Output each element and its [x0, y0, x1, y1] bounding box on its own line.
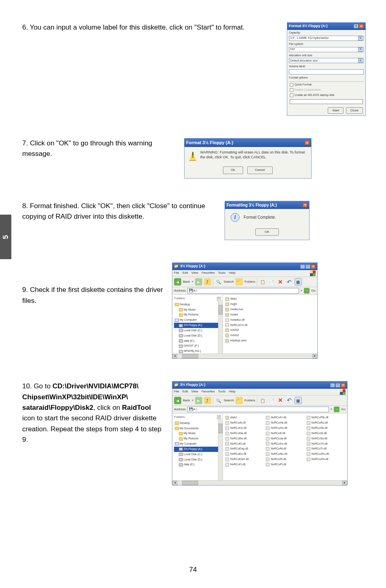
file-item[interactable]: NvRCoTr.dll — [307, 446, 345, 452]
file-item[interactable]: NvRCoDa.dll — [225, 431, 263, 436]
menu-file[interactable]: File — [174, 389, 179, 395]
folders-icon[interactable]: 📁 — [235, 397, 243, 404]
copy-icon[interactable]: 📄 — [268, 278, 275, 285]
file-item[interactable]: nvrd32 — [225, 328, 315, 333]
menu-tools[interactable]: Tools — [218, 271, 226, 276]
tree-item[interactable]: data (E:) — [174, 339, 221, 344]
tree-item[interactable]: My Pictures — [174, 436, 221, 441]
msdos-checkbox[interactable]: Create an MS-DOS startup disk — [290, 93, 363, 98]
tree-scrollbar[interactable] — [218, 419, 223, 480]
close-icon[interactable]: × — [305, 141, 310, 145]
file-item[interactable]: NvRCoNo.dll — [266, 452, 304, 457]
move-icon[interactable]: 📋 — [259, 397, 266, 404]
search-icon[interactable]: 🔍 — [215, 278, 222, 285]
file-item[interactable]: NvRCoJa.dll — [266, 436, 304, 441]
file-item[interactable]: NvRCoFi.dll — [225, 462, 263, 467]
views-icon[interactable]: ▦ — [295, 278, 302, 285]
tree-item[interactable]: NFM7B(-KG:) — [174, 349, 221, 354]
tree-item[interactable]: Desktop — [174, 302, 221, 307]
move-icon[interactable]: 📋 — [259, 278, 266, 285]
close-icon[interactable]: × — [359, 24, 364, 28]
close-icon[interactable]: × — [341, 383, 346, 388]
menu-view[interactable]: View — [191, 271, 198, 276]
file-item[interactable]: NvRCoRu.dll — [307, 420, 345, 426]
file-item[interactable]: NvRCoEl.dll — [225, 441, 263, 447]
file-item[interactable]: nvgts — [225, 302, 315, 307]
menu-edit[interactable]: Edit — [182, 271, 188, 276]
help-icon[interactable]: ? — [354, 24, 358, 28]
file-item[interactable]: NvRCoKo.dll — [266, 441, 304, 447]
close-icon[interactable]: × — [311, 264, 316, 269]
file-item[interactable]: NvRCoCrs.dll — [225, 323, 315, 328]
file-item[interactable]: NvRCoIt.dll — [266, 431, 304, 436]
delete-icon[interactable]: ✕ — [277, 278, 284, 285]
tree-item[interactable]: 3½ Floppy (A:) — [174, 447, 221, 452]
file-item[interactable]: disk1 — [225, 296, 315, 302]
maximize-icon[interactable]: □ — [305, 264, 310, 269]
tree-item[interactable]: 3½ Floppy (A:) — [174, 323, 221, 328]
tree-item[interactable]: Local Disk (C:) — [174, 452, 221, 457]
file-item[interactable]: NvRCoNl.dll — [266, 446, 304, 452]
cancel-button[interactable]: Cancel — [247, 166, 273, 174]
file-item[interactable]: nvrd32 — [225, 333, 315, 338]
ok-button[interactable]: OK — [223, 166, 243, 174]
file-item[interactable]: NvRCoSl.dll — [307, 431, 345, 436]
menu-favorites[interactable]: Favorites — [201, 271, 215, 276]
delete-icon[interactable]: ✕ — [277, 397, 284, 404]
file-item[interactable]: NvRCoHe.dll — [266, 420, 304, 426]
go-button[interactable]: → — [334, 407, 339, 412]
file-item[interactable]: NvRCoSv.dll — [307, 436, 345, 441]
file-item[interactable]: NvRCoFr.dll — [266, 415, 304, 420]
file-item[interactable]: NvRCoAr.dll — [225, 420, 263, 426]
tree-item[interactable]: My Pictures — [174, 312, 221, 317]
file-item[interactable]: NvRCoZhc.dll — [307, 452, 345, 457]
start-button[interactable]: Start — [328, 107, 344, 114]
menu-view[interactable]: View — [191, 389, 198, 395]
address-input[interactable]: 💾A:\ — [187, 288, 299, 294]
file-item[interactable]: txtsetup.oem — [225, 338, 315, 343]
folders-icon[interactable]: 📁 — [235, 278, 243, 285]
capacity-select[interactable]: 3.5", 1.44MB, 512 bytes/sector ▾ — [289, 36, 364, 41]
close-pane-icon[interactable]: × — [217, 297, 221, 301]
volume-input[interactable] — [289, 69, 364, 75]
up-icon[interactable]: ⤴ — [204, 278, 211, 285]
tree-item[interactable]: My Music — [174, 307, 221, 313]
minimize-icon[interactable]: _ — [330, 383, 335, 388]
back-icon[interactable]: ◄ — [174, 397, 181, 404]
tree-item[interactable]: Desktop — [174, 421, 221, 426]
ok-button[interactable]: OK — [255, 228, 279, 236]
tree-item[interactable]: Local Disk (D:) — [174, 457, 221, 462]
up-icon[interactable]: ⤴ — [204, 397, 211, 404]
menu-tools[interactable]: Tools — [218, 389, 226, 395]
file-item[interactable]: nvraidco.dll — [225, 317, 315, 323]
tree-scrollbar[interactable] — [218, 300, 223, 354]
tree-item[interactable]: My Computer — [174, 317, 221, 323]
minimize-icon[interactable]: _ — [300, 264, 305, 269]
file-item[interactable]: NvRCoEng.dll — [225, 446, 263, 452]
copy-icon[interactable]: 📄 — [268, 397, 275, 404]
views-icon[interactable]: ▦ — [295, 397, 302, 404]
filesystem-select[interactable]: FAT ▾ — [289, 47, 364, 52]
file-item[interactable]: NvRCoPtb.dll — [307, 415, 345, 420]
h-scrollbar[interactable]: ◄► — [172, 480, 347, 485]
go-button[interactable]: → — [304, 288, 310, 294]
quick-format-checkbox[interactable]: Quick Format — [290, 83, 363, 87]
close-icon[interactable]: × — [303, 203, 308, 207]
menu-help[interactable]: Help — [229, 389, 235, 395]
tree-item[interactable]: Local Disk (D:) — [174, 333, 221, 339]
file-item[interactable]: NvRCoSk.dll — [307, 426, 345, 431]
undo-icon[interactable]: ↶ — [286, 278, 293, 285]
tree-item[interactable]: GHOST (F:) — [174, 343, 221, 349]
maximize-icon[interactable]: □ — [335, 383, 340, 388]
tree-item[interactable]: My Documents — [174, 426, 221, 431]
menu-edit[interactable]: Edit — [182, 389, 188, 395]
undo-icon[interactable]: ↶ — [286, 397, 293, 404]
file-item[interactable]: nvidia.nvu — [225, 307, 315, 312]
alloc-select[interactable]: Default allocation size ▾ — [289, 58, 364, 63]
file-item[interactable]: NvRCoEsm.dll — [225, 457, 263, 462]
file-item[interactable]: NvRCoCs.dll — [225, 426, 263, 431]
file-item[interactable]: NvRCoPt.dll — [266, 462, 304, 467]
menu-favorites[interactable]: Favorites — [201, 389, 215, 395]
back-icon[interactable]: ◄ — [174, 278, 181, 285]
h-scrollbar[interactable]: ◄► — [172, 354, 317, 358]
